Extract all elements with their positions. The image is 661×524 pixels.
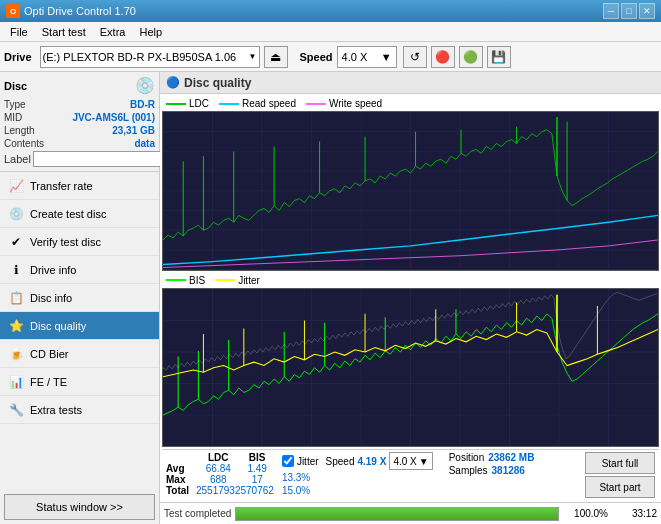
transfer-rate-icon: 📈 (8, 178, 24, 194)
sidebar-item-drive-info-label: Drive info (30, 264, 76, 276)
total-row-label: Total (166, 485, 196, 496)
refresh-button[interactable]: ↺ (403, 46, 427, 68)
sidebar-item-extra-tests[interactable]: 🔧 Extra tests (0, 396, 159, 424)
stats-section: LDC BIS Avg 66.84 1.49 Max 688 17 Tota (162, 449, 659, 500)
status-window-button[interactable]: Status window >> (4, 494, 155, 520)
menu-file[interactable]: File (4, 24, 34, 40)
action-buttons: Start full Start part (585, 452, 655, 498)
samples-row: Samples 381286 (449, 465, 535, 476)
menu-start-test[interactable]: Start test (36, 24, 92, 40)
disc-mid-row: MID JVC-AMS6L (001) (4, 112, 155, 123)
sidebar: Disc 💿 Type BD-R MID JVC-AMS6L (001) Len… (0, 72, 160, 524)
drive-dropdown[interactable]: (E:) PLEXTOR BD-R PX-LB950SA 1.06 ▼ (40, 46, 260, 68)
jitter-row: Jitter Speed 4.19 X 4.0 X ▼ (282, 452, 433, 470)
jitter-checkbox[interactable] (282, 455, 294, 467)
mid-value: JVC-AMS6L (001) (72, 112, 155, 123)
sidebar-item-disc-quality[interactable]: ⭐ Disc quality (0, 312, 159, 340)
start-part-button[interactable]: Start part (585, 476, 655, 498)
sidebar-item-cd-bier-label: CD Bier (30, 348, 69, 360)
sidebar-item-fe-te[interactable]: 📊 FE / TE (0, 368, 159, 396)
chart-title: Disc quality (184, 76, 251, 90)
toolbar: Drive (E:) PLEXTOR BD-R PX-LB950SA 1.06 … (0, 42, 661, 72)
sidebar-item-cd-bier[interactable]: 🍺 CD Bier (0, 340, 159, 368)
max-bis-val: 17 (241, 474, 274, 485)
legend-ldc-label: LDC (189, 98, 209, 109)
sidebar-item-transfer-rate-label: Transfer rate (30, 180, 93, 192)
disc-panel: Disc 💿 Type BD-R MID JVC-AMS6L (001) Len… (0, 72, 159, 172)
speed-dropdown-arrow: ▼ (381, 51, 392, 63)
sidebar-item-drive-info[interactable]: ℹ Drive info (0, 256, 159, 284)
position-row: Position 23862 MB (449, 452, 535, 463)
legend-write-speed: Write speed (306, 98, 382, 109)
sidebar-item-disc-info[interactable]: 📋 Disc info (0, 284, 159, 312)
sidebar-item-create-label: Create test disc (30, 208, 106, 220)
drive-dropdown-arrow: ▼ (249, 52, 257, 61)
progress-area: Test completed 100.0% 33:12 (160, 502, 661, 524)
menu-extra[interactable]: Extra (94, 24, 132, 40)
titlebar: O Opti Drive Control 1.70 ─ □ ✕ (0, 0, 661, 22)
sidebar-item-transfer-rate[interactable]: 📈 Transfer rate (0, 172, 159, 200)
disc-type-row: Type BD-R (4, 99, 155, 110)
chart-header-icon: 🔵 (166, 76, 180, 89)
speed-dropdown[interactable]: 4.0 X ▼ (337, 46, 397, 68)
minimize-button[interactable]: ─ (603, 3, 619, 19)
drive-label: Drive (4, 51, 32, 63)
label-input[interactable] (33, 151, 166, 167)
top-chart: 18X 16X 14X 12X 10X 8X 6X 4X 2X 700 600 … (162, 111, 659, 271)
settings-button1[interactable]: 🔴 (431, 46, 455, 68)
maximize-button[interactable]: □ (621, 3, 637, 19)
stats-table: LDC BIS Avg 66.84 1.49 Max 688 17 Tota (166, 452, 274, 496)
bottom-chart: 20% 16% 12% 8% 4% 20 15 10 5 0.0 2.5 5.0 (162, 288, 659, 448)
extra-tests-icon: 🔧 (8, 402, 24, 418)
legend-jitter-label: Jitter (238, 275, 260, 286)
contents-value: data (134, 138, 155, 149)
sidebar-item-create-test-disc[interactable]: 💿 Create test disc (0, 200, 159, 228)
sidebar-item-disc-info-label: Disc info (30, 292, 72, 304)
progress-bar-fill (236, 508, 558, 520)
speed-dropdown-chevron: ▼ (419, 456, 429, 467)
jitter-color (215, 279, 235, 281)
max-jitter-val: 15.0% (282, 485, 310, 496)
sidebar-item-disc-quality-label: Disc quality (30, 320, 86, 332)
disc-title: Disc (4, 80, 27, 92)
contents-label: Contents (4, 138, 44, 149)
save-button[interactable]: 💾 (487, 46, 511, 68)
progress-bar-container (235, 507, 559, 521)
titlebar-controls: ─ □ ✕ (603, 3, 655, 19)
main-area: Disc 💿 Type BD-R MID JVC-AMS6L (001) Len… (0, 72, 661, 524)
disc-label-row: Label ✎ (4, 151, 155, 167)
legend-bis: BIS (166, 275, 205, 286)
mid-label: MID (4, 112, 22, 123)
cd-bier-icon: 🍺 (8, 346, 24, 362)
eject-button[interactable]: ⏏ (264, 46, 288, 68)
total-ldc-val: 25517932 (196, 485, 241, 496)
disc-contents-row: Contents data (4, 138, 155, 149)
settings-button2[interactable]: 🟢 (459, 46, 483, 68)
start-full-button[interactable]: Start full (585, 452, 655, 474)
speed-stat-label: Speed (326, 456, 355, 467)
avg-jitter-val: 13.3% (282, 472, 310, 483)
samples-label: Samples (449, 465, 488, 476)
sidebar-item-verify-test-disc[interactable]: ✔ Verify test disc (0, 228, 159, 256)
status-text: Test completed (164, 508, 231, 519)
legend-ldc: LDC (166, 98, 209, 109)
legend-read-speed: Read speed (219, 98, 296, 109)
type-value: BD-R (130, 99, 155, 110)
bottom-chart-legend: BIS Jitter (162, 273, 659, 288)
legend-write-label: Write speed (329, 98, 382, 109)
create-test-disc-icon: 💿 (8, 206, 24, 222)
ldc-col-header: LDC (196, 452, 241, 463)
menu-help[interactable]: Help (133, 24, 168, 40)
speed-stat-dropdown[interactable]: 4.0 X ▼ (389, 452, 432, 470)
speed-dropdown-val: 4.0 X (393, 456, 416, 467)
legend-jitter: Jitter (215, 275, 260, 286)
speed-stat-val: 4.19 X (357, 456, 386, 467)
close-button[interactable]: ✕ (639, 3, 655, 19)
samples-val: 381286 (492, 465, 525, 476)
content-area: 🔵 Disc quality LDC Read speed (160, 72, 661, 524)
avg-row-label: Avg (166, 463, 196, 474)
position-val: 23862 MB (488, 452, 534, 463)
max-row-label: Max (166, 474, 196, 485)
app-icon: O (6, 4, 20, 18)
length-value: 23,31 GB (112, 125, 155, 136)
